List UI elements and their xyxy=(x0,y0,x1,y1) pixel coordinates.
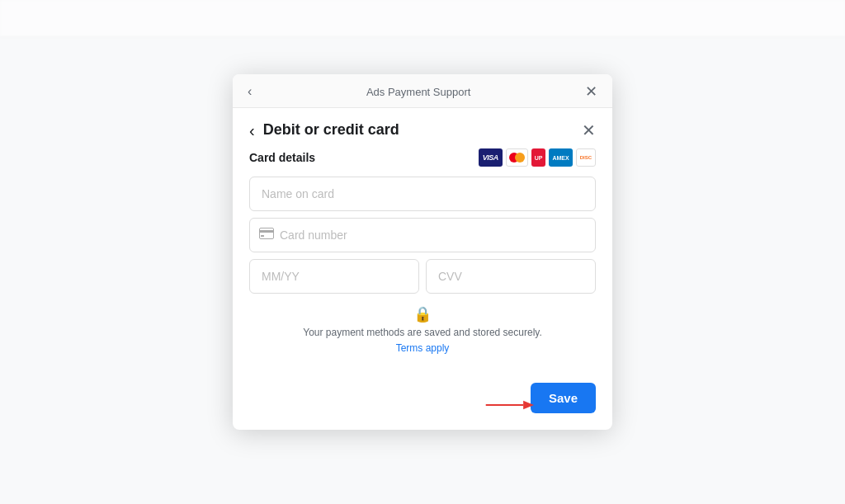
card-brands: VISA UP AMEX DISC xyxy=(479,148,596,167)
security-notice: 🔒 Your payment methods are saved and sto… xyxy=(249,305,596,355)
card-number-icon xyxy=(259,228,274,243)
modal-overlay: ‹ Ads Payment Support ✕ ‹ Debit or credi… xyxy=(0,0,845,504)
close-button[interactable]: ✕ xyxy=(582,122,596,139)
unionpay-icon: UP xyxy=(531,148,546,167)
modal-title: Debit or credit card xyxy=(263,121,399,139)
terms-link[interactable]: Terms apply xyxy=(396,342,450,354)
name-on-card-input[interactable] xyxy=(249,177,596,211)
modal-footer: Save xyxy=(233,383,612,430)
modal-dialog: ‹ Ads Payment Support ✕ ‹ Debit or credi… xyxy=(233,74,612,430)
mastercard-icon xyxy=(506,148,528,167)
card-number-wrapper xyxy=(249,218,596,252)
security-text: Your payment methods are saved and store… xyxy=(249,327,596,338)
amex-icon: AMEX xyxy=(549,148,572,167)
back-button[interactable]: ‹ xyxy=(249,122,255,139)
svg-rect-2 xyxy=(261,235,264,237)
modal-body: Card details VISA UP AMEX DISC xyxy=(233,148,612,383)
save-button[interactable]: Save xyxy=(531,383,596,413)
topbar-close-icon[interactable]: ✕ xyxy=(585,82,597,101)
card-number-input[interactable] xyxy=(249,218,596,252)
svg-rect-1 xyxy=(259,230,274,233)
arrow-hint xyxy=(484,395,534,418)
modal-topbar: ‹ Ads Payment Support ✕ xyxy=(233,74,612,108)
modal-header-left: ‹ Debit or credit card xyxy=(249,121,399,139)
section-header: Card details VISA UP AMEX DISC xyxy=(249,148,596,167)
section-title: Card details xyxy=(249,151,315,164)
svg-rect-0 xyxy=(260,228,274,239)
expiry-cvv-row xyxy=(249,259,596,294)
visa-icon: VISA xyxy=(479,148,503,167)
discover-icon: DISC xyxy=(576,148,596,167)
cvv-input[interactable] xyxy=(426,259,596,294)
expiry-input[interactable] xyxy=(249,259,419,294)
topbar-title: Ads Payment Support xyxy=(252,86,585,98)
lock-icon: 🔒 xyxy=(249,305,596,323)
modal-header: ‹ Debit or credit card ✕ xyxy=(233,108,612,148)
svg-marker-4 xyxy=(523,400,534,408)
